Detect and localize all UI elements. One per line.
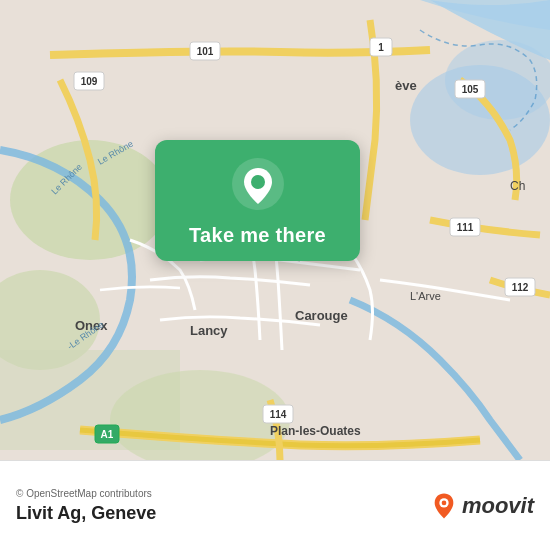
info-bar: © OpenStreetMap contributors Livit Ag, G… [0, 460, 550, 550]
map-container: 101 109 1 105 111 112 A1 114 Onex Lancy … [0, 0, 550, 460]
svg-text:Carouge: Carouge [295, 308, 348, 323]
card-overlay: Take me there [155, 140, 360, 261]
svg-text:101: 101 [197, 46, 214, 57]
svg-text:109: 109 [81, 76, 98, 87]
svg-point-36 [442, 500, 447, 505]
svg-text:A1: A1 [101, 429, 114, 440]
location-name: Livit Ag, Geneve [16, 503, 156, 524]
take-me-there-button[interactable]: Take me there [189, 224, 326, 247]
svg-text:111: 111 [457, 222, 474, 233]
svg-text:1: 1 [378, 42, 384, 53]
svg-text:Ch: Ch [510, 179, 525, 193]
moovit-logo: moovit [430, 492, 534, 520]
svg-text:Lancy: Lancy [190, 323, 228, 338]
moovit-pin-icon [430, 492, 458, 520]
location-pin-icon [232, 158, 284, 210]
svg-text:L'Arve: L'Arve [410, 290, 441, 302]
svg-text:105: 105 [462, 84, 479, 95]
svg-text:ève: ève [395, 78, 417, 93]
map-attribution: © OpenStreetMap contributors [16, 488, 156, 499]
svg-text:114: 114 [270, 409, 287, 420]
svg-text:112: 112 [512, 282, 529, 293]
info-left: © OpenStreetMap contributors Livit Ag, G… [16, 488, 156, 524]
svg-text:Plan-les-Ouates: Plan-les-Ouates [270, 424, 361, 438]
moovit-brand-text: moovit [462, 493, 534, 519]
svg-point-34 [251, 175, 265, 189]
